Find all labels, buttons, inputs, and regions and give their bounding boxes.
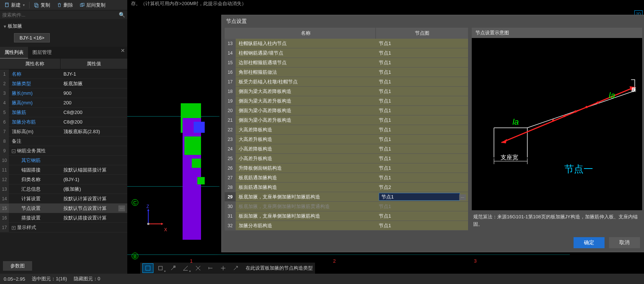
node-row[interactable]: 29板底加腋，支座单侧加腋时加腋筋构造⋯ <box>225 192 468 202</box>
node-img-cell[interactable]: 节点1 <box>376 155 468 162</box>
node-img-cell[interactable]: ⋯ <box>376 193 468 201</box>
prop-value[interactable]: 按默认锚固搭接计算 <box>60 167 127 173</box>
snap-intersect-icon[interactable] <box>193 263 204 273</box>
node-img-cell[interactable]: 节点1 <box>376 79 468 85</box>
prop-row[interactable]: 17+显示样式 <box>0 223 127 232</box>
prop-row[interactable]: 1名称BJY-1 <box>0 69 127 79</box>
snap-mid-icon[interactable]: ▾ <box>155 263 166 273</box>
node-row[interactable]: 20侧面为梁小高差降板构造节点1 <box>225 106 468 115</box>
node-img-cell[interactable]: 节点1 <box>376 136 468 143</box>
copy-button[interactable]: 复制 <box>31 1 53 9</box>
node-row[interactable]: 15边部柱帽箍筋遇墙节点节点1 <box>225 58 468 67</box>
node-row[interactable]: 21侧面为梁小高差升板构造节点1 <box>225 115 468 125</box>
prop-row[interactable]: 10其它钢筋 <box>0 156 127 165</box>
prop-row[interactable]: 15节点设置按默认节点设置计算⋯ <box>0 204 127 213</box>
tab-layers[interactable]: 图层管理 <box>28 47 56 59</box>
node-row[interactable]: 14柱帽钢筋遇梁/墙节点节点1 <box>225 48 468 58</box>
delete-button[interactable]: 删除 <box>54 1 76 9</box>
prop-value[interactable]: C8@200 <box>60 110 127 115</box>
node-img-cell[interactable]: 节点1 <box>376 127 468 133</box>
node-img-cell[interactable]: 节点1 <box>376 146 468 152</box>
node-row[interactable]: 28板面筋遇加腋构造节点2 <box>225 183 468 192</box>
prop-row[interactable]: 12归类名称(BJY-1) <box>0 175 127 184</box>
node-row[interactable]: 13柱帽纵筋锚入柱内节点节点1 <box>225 39 468 48</box>
node-row[interactable]: 24小高差降板构造节点1 <box>225 144 468 154</box>
prop-value[interactable]: (BJY-1) <box>60 177 127 182</box>
node-diagram: la la 支座宽 节点一 板厚 <box>472 38 642 210</box>
node-img-cell[interactable]: 节点1 <box>376 174 468 181</box>
ellipsis-button[interactable]: ⋯ <box>118 205 125 211</box>
prop-value[interactable]: 按默认搭接设置计算 <box>60 215 127 221</box>
tree-root[interactable]: ▾ 板加腋 <box>4 21 124 31</box>
prop-row[interactable]: 6加腋分布筋C8@200 <box>0 117 127 127</box>
prop-row[interactable]: 14计算设置按默认计算设置计算 <box>0 194 127 204</box>
prop-row[interactable]: 13汇总信息(板加腋) <box>0 184 127 194</box>
layer-copy-button[interactable]: 层间复制 <box>77 1 108 9</box>
node-row[interactable]: 23大高差升板构造节点1 <box>225 135 468 144</box>
node-img-cell[interactable]: 节点1 <box>376 203 468 210</box>
prop-value[interactable]: 200 <box>60 100 127 105</box>
node-row[interactable]: 19侧面为梁大高差升板构造节点1 <box>225 96 468 106</box>
svg-text:节点一: 节点一 <box>564 163 593 174</box>
node-row[interactable]: 31板面加腋，支座单侧加腋时加腋筋构造节点1 <box>225 211 468 221</box>
prop-value[interactable]: BJY-1 <box>60 71 127 77</box>
node-img-cell[interactable]: 节点2 <box>376 184 468 191</box>
new-button[interactable]: 新建 ▾ <box>1 1 28 9</box>
node-row[interactable]: 17板受力筋锚入柱墩/柱帽节点节点1 <box>225 77 468 87</box>
prop-row[interactable]: 8备注 <box>0 136 127 146</box>
node-row[interactable]: 30板底加腋，支座两侧加腋时加腋筋贯通构造节点1 <box>225 202 468 211</box>
node-img-cell[interactable]: 节点1 <box>376 117 468 124</box>
node-img-cell[interactable]: 节点1 <box>376 222 468 229</box>
prop-row[interactable]: 2加腋类型板底加腋 <box>0 79 127 89</box>
prop-row[interactable]: 4腋高(mm)200 <box>0 98 127 108</box>
node-img-cell[interactable]: 节点1 <box>376 107 468 114</box>
node-img-cell[interactable]: 节点1 <box>376 59 468 66</box>
ellipsis-button[interactable]: ⋯ <box>459 194 466 200</box>
snap-arrow-icon[interactable] <box>230 263 241 273</box>
row-number: 32 <box>225 221 236 230</box>
prop-row[interactable]: 7顶标高(m)顶板底标高(2.83) <box>0 127 127 136</box>
node-row[interactable]: 32加腋分布筋构造节点1 <box>225 221 468 231</box>
row-number: 14 <box>225 48 236 58</box>
cancel-button[interactable]: 取消 <box>609 237 640 248</box>
close-icon[interactable]: ✕ <box>121 48 125 53</box>
snap-extend-icon[interactable] <box>205 263 216 273</box>
prop-value[interactable]: 板底加腋 <box>60 80 127 87</box>
search-input[interactable] <box>2 12 119 18</box>
prop-row[interactable]: 5加腋筋C8@200 <box>0 108 127 117</box>
node-row[interactable]: 25小高差升板构造节点1 <box>225 154 468 163</box>
node-img-cell[interactable]: 节点1 <box>376 50 468 56</box>
prop-value[interactable]: (板加腋) <box>60 186 127 193</box>
prop-value[interactable]: 900 <box>60 90 127 96</box>
snap-endpoint-icon[interactable] <box>142 263 153 273</box>
node-img-cell[interactable]: 节点1 <box>376 165 468 172</box>
prop-value[interactable]: 顶板底标高(2.83) <box>60 128 127 135</box>
search-icon[interactable]: 🔍 <box>119 12 125 18</box>
node-row[interactable]: 26升降板侧面钢筋构造节点1 <box>225 163 468 173</box>
node-row[interactable]: 16角部柱帽箍筋做法节点1 <box>225 67 468 77</box>
snap-angle-icon[interactable]: ▾ <box>180 263 191 273</box>
node-img-cell[interactable]: 节点1 <box>376 98 468 104</box>
prop-row[interactable]: 11锚固搭接按默认锚固搭接计算 <box>0 165 127 175</box>
snap-perp-icon[interactable] <box>167 263 179 273</box>
node-name: 柱帽钢筋遇梁/墙节点 <box>236 50 376 56</box>
prop-value[interactable]: C8@200 <box>60 119 127 125</box>
ok-button[interactable]: 确定 <box>574 237 605 248</box>
prop-value[interactable]: 按默认计算设置计算 <box>60 195 127 202</box>
prop-row[interactable]: 16搭接设置按默认搭接设置计算 <box>0 213 127 223</box>
prop-row[interactable]: 3腋长(mm)900 <box>0 89 127 98</box>
node-row[interactable]: 18侧面为梁大高差降板构造节点1 <box>225 87 468 96</box>
param-diagram-button[interactable]: 参数图 <box>3 261 32 271</box>
prop-value[interactable]: 按默认节点设置计算 <box>60 205 118 212</box>
node-img-cell[interactable]: 节点1 <box>376 69 468 76</box>
node-row[interactable]: 27板底筋遇加腋构造节点1 <box>225 173 468 183</box>
node-row[interactable]: 22大高差降板构造节点1 <box>225 125 468 135</box>
node-img-cell[interactable]: 节点1 <box>376 40 468 47</box>
node-img-cell[interactable]: 节点1 <box>376 213 468 219</box>
prop-row[interactable]: 9−钢筋业务属性 <box>0 146 127 156</box>
node-img-input[interactable] <box>379 193 460 201</box>
node-img-cell[interactable]: 节点1 <box>376 88 468 95</box>
tab-properties[interactable]: 属性列表 <box>0 47 28 59</box>
snap-cross-icon[interactable] <box>218 263 229 273</box>
tree-item-bjy1[interactable]: BJY-1 <16> <box>14 33 50 42</box>
